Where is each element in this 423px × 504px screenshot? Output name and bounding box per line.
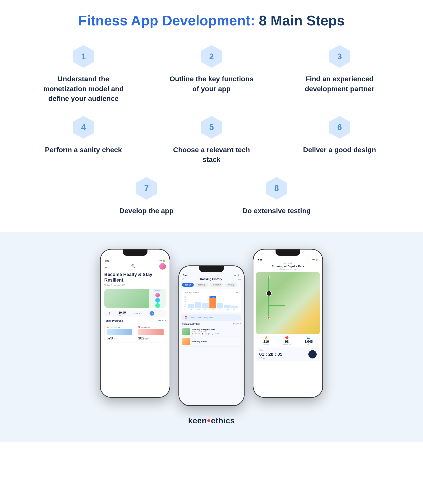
activity-name-1: Running at Digulis Park	[192, 329, 241, 331]
tasks-banner[interactable]: ⏰ You still have 2 daily tasks ›	[182, 314, 241, 321]
progress-section: Today Progress See All > 🔥 Calories Burn	[100, 319, 170, 343]
steps-grid: 1 Understand the monetization model and …	[26, 45, 397, 216]
see-all-link[interactable]: See All >	[157, 319, 166, 322]
more-icon[interactable]: •••	[238, 277, 241, 281]
bottom-section: 9:41 ▪▪▪ 🔋 ☰ 🔍 Become Healty & Stay Resi…	[0, 232, 423, 442]
step-2-label: Outline the key functions of your app	[168, 74, 255, 94]
recent-activities: Recent Activities See All > Running at D…	[179, 323, 244, 347]
step-5-number: 5	[201, 116, 222, 139]
end-dot	[267, 317, 270, 319]
time-left: 9:41	[105, 259, 109, 262]
time-value: 01 : 20 : 05	[259, 352, 282, 357]
top-nav-left: ☰ 🔍	[100, 263, 170, 270]
brand-row: keen ethics	[188, 416, 235, 425]
route-date: 🕐 Tue 10 • 8:00 PM	[253, 268, 323, 270]
bar-col-3: 6:40	[202, 296, 209, 310]
step-8-number: 8	[266, 177, 287, 200]
calories-card: 🔥 Calories Burn 520 kcal	[104, 324, 134, 343]
steps-stat-value: 1,045	[305, 340, 313, 344]
heart-card: ❤️ Heart Rate 102 bpm	[136, 324, 166, 343]
activity-info-2: Running at GBK	[192, 341, 241, 343]
steps-row-1: 1 Understand the monetization model and …	[26, 45, 397, 104]
tab-weekly[interactable]: Weekly	[195, 283, 208, 287]
phone-center-screen: 9:41 ▪▪▪ 🔋 < Tracking History ••• Today …	[179, 266, 244, 405]
track-header: < Tracking History •••	[179, 277, 244, 281]
tasks-text: You still have 2 daily tasks	[189, 317, 213, 319]
signal-icons-right: ▪▪▪ 🔋	[312, 258, 318, 261]
steps-row-3: 7 Develop the app 8 Do extensive testing	[88, 177, 335, 216]
avg-speed-header: Average Speed •••	[184, 291, 239, 294]
step-4-hex: 4	[73, 116, 94, 139]
phones-container: 9:41 ▪▪▪ 🔋 ☰ 🔍 Become Healty & Stay Resi…	[100, 249, 323, 406]
tab-today[interactable]: Today	[182, 283, 194, 287]
signal-icons-center: ▪▪▪ 🔋	[234, 274, 240, 277]
activity-thumb-1	[182, 328, 190, 335]
step-2-number: 2	[201, 45, 222, 68]
calories-value: 520	[106, 336, 113, 340]
tasks-arrow-icon: ›	[238, 316, 239, 319]
speed-badge: 24mph	[209, 296, 216, 298]
phone-center-content: 9:41 ▪▪▪ 🔋 < Tracking History ••• Today …	[179, 266, 244, 405]
bar-6	[224, 305, 230, 308]
bar-highlight	[209, 296, 216, 308]
progress-header: Today Progress See All >	[104, 319, 166, 322]
activity-info-1: Running at Digulis Park Tue 10 • 6:00 - …	[192, 329, 241, 335]
back-button[interactable]: <	[182, 277, 184, 281]
heart-stat-label: Heart Rate	[283, 344, 291, 345]
run-unit: km	[118, 314, 126, 316]
tab-yearly[interactable]: Yearly	[225, 283, 237, 287]
brand-name-part2: ethics	[211, 416, 235, 425]
step-5-hex: 5	[201, 116, 222, 139]
time-info: Time 01 : 20 : 05 2.5 km	[259, 349, 282, 360]
activity-time-1: Tue 10 • 6:00 - 8:00	[192, 331, 241, 333]
step-6-label: Deliver a good design	[303, 145, 376, 155]
step-1-hex: 1	[73, 45, 94, 68]
step-2-hex: 2	[201, 45, 222, 68]
run-value: 19.45	[118, 311, 126, 314]
run-info: 19.45 km	[118, 311, 126, 316]
phone-center-notch	[199, 266, 224, 272]
signal-icons-left: ▪▪▪ 🔋	[159, 259, 165, 262]
step-7-hex: 7	[136, 177, 157, 200]
time-right: 9:41	[258, 258, 262, 261]
step-4: 4 Perform a sanity check	[26, 116, 141, 165]
status-bar-left: 9:41 ▪▪▪ 🔋	[100, 258, 170, 263]
route-title: Running at Digulis Park	[253, 265, 323, 268]
bar-col-2: 6:20	[195, 296, 201, 310]
step-4-label: Perform a sanity check	[45, 145, 122, 155]
activity-name-2: Running at GBK	[192, 341, 241, 343]
activity-thumb-2	[182, 338, 190, 345]
route-label: My Route	[253, 262, 323, 264]
pause-button[interactable]: ⏸	[308, 350, 317, 359]
step-5: 5 Choose a relevant tech stack	[154, 116, 269, 165]
stats-row: 🔥 210 Calories ❤️ 98 Heart Rate 👟 1,045	[253, 334, 323, 348]
heart-value: 102	[138, 336, 144, 340]
avg-speed-label: Average Speed	[184, 292, 199, 294]
map-overlay: Friend	[149, 289, 166, 308]
step-6-hex: 6	[329, 116, 350, 139]
activity-item-1: Running at Digulis Park Tue 10 • 6:00 - …	[182, 327, 241, 337]
avg-more-icon[interactable]: •••	[236, 291, 239, 294]
menu-icon[interactable]: ☰	[104, 264, 108, 269]
step-6-number: 6	[329, 116, 350, 139]
bar-col-5: 7:20	[217, 296, 223, 310]
chevron-right-icon: ›	[162, 312, 162, 315]
phone-left: 9:41 ▪▪▪ 🔋 ☰ 🔍 Become Healty & Stay Resi…	[100, 249, 170, 398]
phone-center: 9:41 ▪▪▪ 🔋 < Tracking History ••• Today …	[178, 265, 245, 406]
today-run-label: Today Run	[133, 312, 142, 314]
tabs-row: Today Weekly Monthly Yearly	[179, 283, 244, 287]
phone-left-content: 9:41 ▪▪▪ 🔋 ☰ 🔍 Become Healty & Stay Resi…	[100, 250, 170, 343]
calories-stat-value: 210	[263, 340, 269, 344]
tab-monthly[interactable]: Monthly	[210, 283, 223, 287]
progress-title: Today Progress	[104, 319, 123, 322]
steps-row-2: 4 Perform a sanity check 5 Choose a rele…	[26, 116, 397, 165]
plus-badge: +20	[150, 311, 154, 316]
search-icon[interactable]: 🔍	[131, 264, 136, 269]
avatar[interactable]	[159, 263, 166, 270]
step-7-label: Develop the app	[119, 206, 174, 216]
calories-icon: 🔥	[264, 336, 268, 339]
steps-stat-label: Steps	[306, 344, 311, 345]
see-all-recent[interactable]: See All >	[233, 323, 241, 325]
step-7: 7 Develop the app	[88, 177, 205, 216]
heart-chart	[138, 329, 164, 335]
